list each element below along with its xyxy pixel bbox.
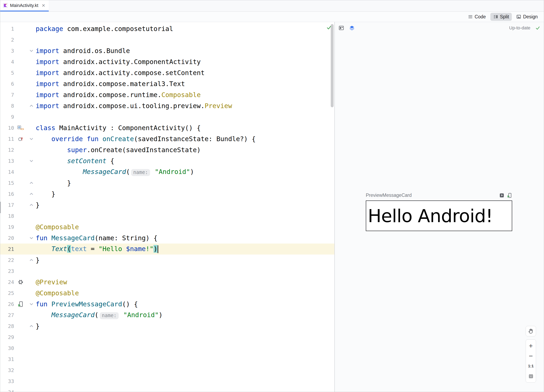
line-number[interactable]: 1 bbox=[0, 26, 14, 32]
preview-card-title[interactable]: PreviewMessageCard bbox=[366, 193, 412, 198]
zoom-out-button[interactable]: − bbox=[526, 351, 536, 361]
code-line[interactable]: 6import androidx.compose.material3.Text bbox=[0, 78, 334, 89]
fold-up-icon[interactable] bbox=[27, 192, 36, 196]
class-gutter-icon[interactable]: <> bbox=[14, 125, 27, 131]
close-icon[interactable]: × bbox=[42, 3, 45, 8]
code-line[interactable]: 9 bbox=[0, 111, 334, 122]
line-number[interactable]: 26 bbox=[0, 301, 14, 307]
code-line[interactable]: 28} bbox=[0, 321, 334, 332]
line-number[interactable]: 34 bbox=[0, 389, 14, 392]
code-view-button[interactable]: Code bbox=[465, 13, 489, 21]
code-line[interactable]: 32 bbox=[0, 365, 334, 376]
line-number[interactable]: 25 bbox=[0, 290, 14, 296]
line-number[interactable]: 7 bbox=[0, 92, 14, 98]
code-line[interactable]: 30 bbox=[0, 343, 334, 354]
fold-down-icon[interactable] bbox=[27, 236, 36, 240]
fold-down-icon[interactable] bbox=[27, 159, 36, 163]
line-number[interactable]: 4 bbox=[0, 59, 14, 65]
code-line[interactable]: 26fun PreviewMessageCard() { bbox=[0, 299, 334, 310]
line-number[interactable]: 30 bbox=[0, 345, 14, 351]
zoom-fit-button[interactable] bbox=[526, 371, 536, 381]
code-line[interactable]: 4import androidx.activity.ComponentActiv… bbox=[0, 56, 334, 67]
line-number[interactable]: 12 bbox=[0, 147, 14, 153]
pan-button[interactable] bbox=[526, 326, 536, 336]
code-line[interactable]: 18 bbox=[0, 210, 334, 221]
override-gutter-icon[interactable] bbox=[14, 136, 27, 142]
code-line[interactable]: 27 MessageCard(name: "Android") bbox=[0, 310, 334, 321]
code-line[interactable]: 20fun MessageCard(name: String) { bbox=[0, 232, 334, 244]
code-line[interactable]: 2 bbox=[0, 34, 334, 45]
code-line[interactable]: 31 bbox=[0, 354, 334, 365]
line-number[interactable]: 27 bbox=[0, 312, 14, 318]
line-number[interactable]: 2 bbox=[0, 37, 14, 43]
line-number[interactable]: 29 bbox=[0, 334, 14, 340]
code-line[interactable]: 34 bbox=[0, 387, 334, 392]
code-line[interactable]: 29 bbox=[0, 332, 334, 343]
line-number[interactable]: 10 bbox=[0, 125, 14, 131]
code-line[interactable]: 10<>class MainActivity : ComponentActivi… bbox=[0, 122, 334, 133]
tool-window-handle[interactable] bbox=[0, 202, 1, 213]
fold-up-icon[interactable] bbox=[27, 324, 36, 328]
code-line[interactable]: 23 bbox=[0, 266, 334, 277]
code-line[interactable]: 14 MessageCard(name: "Android") bbox=[0, 166, 334, 178]
line-number[interactable]: 19 bbox=[0, 224, 14, 230]
fold-up-icon[interactable] bbox=[27, 203, 36, 207]
line-number[interactable]: 9 bbox=[0, 114, 14, 120]
code-line[interactable]: 22} bbox=[0, 255, 334, 266]
fold-down-icon[interactable] bbox=[27, 302, 36, 306]
line-number[interactable]: 8 bbox=[0, 103, 14, 109]
code-line[interactable]: 15 } bbox=[0, 178, 334, 189]
code-line[interactable]: 7import androidx.compose.runtime.Composa… bbox=[0, 89, 334, 100]
zoom-actual-button[interactable]: 1:1 bbox=[526, 361, 536, 371]
split-view-button[interactable]: Split bbox=[490, 13, 512, 21]
code-line[interactable]: 11 override fun onCreate(savedInstanceSt… bbox=[0, 133, 334, 144]
gear-gutter-icon[interactable] bbox=[14, 279, 27, 285]
run-preview-icon[interactable] bbox=[507, 193, 512, 198]
code-line[interactable]: 24@Preview bbox=[0, 277, 334, 288]
line-number[interactable]: 14 bbox=[0, 169, 14, 175]
line-number[interactable]: 31 bbox=[0, 356, 14, 362]
ui-check-icon[interactable] bbox=[338, 25, 344, 31]
interactive-mode-icon[interactable] bbox=[499, 193, 504, 198]
line-number[interactable]: 32 bbox=[0, 367, 14, 373]
fold-down-icon[interactable] bbox=[27, 137, 36, 141]
line-number[interactable]: 21 bbox=[0, 246, 14, 252]
code-line[interactable]: 12 super.onCreate(savedInstanceState) bbox=[0, 144, 334, 155]
preview-render-surface[interactable]: Hello Android! bbox=[366, 201, 512, 231]
code-line[interactable]: 1package com.example.composetutorial bbox=[0, 23, 334, 34]
design-view-button[interactable]: Design bbox=[513, 13, 541, 21]
layers-icon[interactable] bbox=[349, 25, 355, 31]
line-number[interactable]: 16 bbox=[0, 191, 14, 197]
code-line[interactable]: 33 bbox=[0, 376, 334, 387]
line-number[interactable]: 15 bbox=[0, 180, 14, 186]
line-number[interactable]: 13 bbox=[0, 158, 14, 164]
line-number[interactable]: 5 bbox=[0, 70, 14, 76]
code-line[interactable]: 3import android.os.Bundle bbox=[0, 45, 334, 56]
fold-up-icon[interactable] bbox=[27, 181, 36, 185]
tab-mainactivity-kt[interactable]: MainActivity.kt × bbox=[0, 0, 49, 12]
code-line[interactable]: 5import androidx.activity.compose.setCon… bbox=[0, 67, 334, 78]
line-number[interactable]: 3 bbox=[0, 48, 14, 54]
fold-up-icon[interactable] bbox=[27, 104, 36, 108]
fold-down-icon[interactable] bbox=[27, 48, 36, 53]
code-line[interactable]: 17} bbox=[0, 199, 334, 210]
zoom-in-button[interactable]: + bbox=[526, 341, 536, 350]
line-number[interactable]: 28 bbox=[0, 323, 14, 329]
run-gutter-icon[interactable] bbox=[14, 301, 27, 307]
code-line[interactable]: 13 setContent { bbox=[0, 155, 334, 166]
line-number[interactable]: 18 bbox=[0, 213, 14, 219]
code-editor[interactable]: 1package com.example.composetutorial23im… bbox=[0, 22, 334, 392]
line-number[interactable]: 22 bbox=[0, 257, 14, 263]
editor-scrollbar[interactable] bbox=[331, 24, 334, 107]
line-number[interactable]: 17 bbox=[0, 202, 14, 208]
line-number[interactable]: 6 bbox=[0, 81, 14, 87]
fold-up-icon[interactable] bbox=[27, 258, 36, 262]
code-line[interactable]: 21 Text(text = "Hello $name!") bbox=[0, 244, 334, 255]
line-number[interactable]: 33 bbox=[0, 378, 14, 384]
line-number[interactable]: 11 bbox=[0, 136, 14, 142]
code-line[interactable]: 19@Composable bbox=[0, 221, 334, 232]
line-number[interactable]: 24 bbox=[0, 279, 14, 285]
line-number[interactable]: 20 bbox=[0, 235, 14, 241]
line-number[interactable]: 23 bbox=[0, 268, 14, 274]
code-line[interactable]: 25@Composable bbox=[0, 288, 334, 299]
